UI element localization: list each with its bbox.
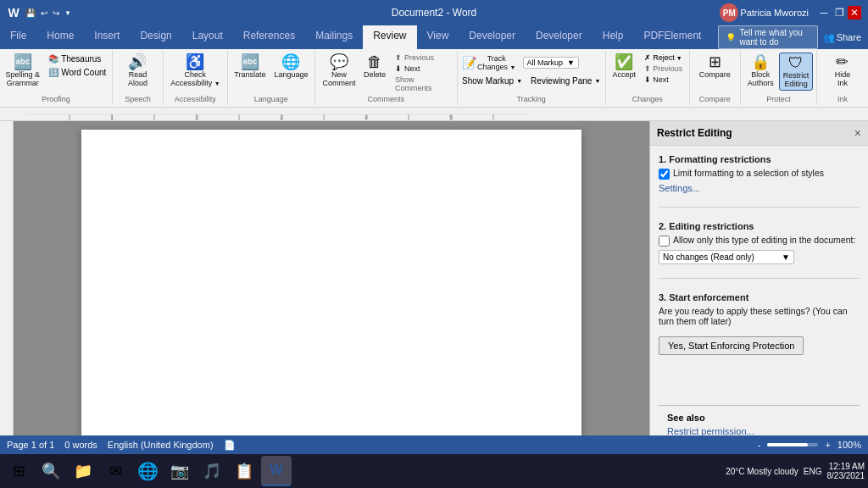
track-changes-icon: 📝 <box>462 57 476 69</box>
show-markup-btn[interactable]: Show Markup▼ <box>459 75 526 87</box>
tab-file[interactable]: File <box>0 25 36 49</box>
word-count-btn[interactable]: 🔢Word Count <box>45 66 109 79</box>
tab-home[interactable]: Home <box>36 25 84 49</box>
reject-btn[interactable]: ✗Reject▼ <box>641 53 686 63</box>
accessibility-items: ♿ CheckAccessibility ▼ <box>167 53 223 93</box>
tab-design[interactable]: Design <box>130 25 181 49</box>
mail-btn[interactable]: ✉ <box>100 456 131 486</box>
tab-insert[interactable]: Insert <box>84 25 130 49</box>
ink-label: Ink <box>837 95 848 103</box>
ink-items: ✏ HideInk <box>827 53 858 93</box>
tab-references[interactable]: References <box>233 25 305 49</box>
section2-num: 2. Editing restrictions <box>659 221 860 231</box>
redo-qat-btn[interactable]: ↪ <box>51 7 61 19</box>
hide-ink-btn[interactable]: ✏ HideInk <box>827 53 858 89</box>
zoom-out-btn[interactable]: - <box>758 440 761 450</box>
reviewing-pane-btn[interactable]: Reviewing Pane▼ <box>527 75 604 87</box>
accept-icon: ✅ <box>615 54 633 69</box>
word-logo-icon: W <box>7 6 20 19</box>
group-ink: ✏ HideInk Ink <box>817 51 868 105</box>
next-change-btn[interactable]: ⬇Next <box>641 75 686 85</box>
file-explorer-btn[interactable]: 📁 <box>68 456 98 486</box>
window-title: Document2 - Word <box>392 7 476 19</box>
close-btn[interactable]: ✕ <box>848 6 861 19</box>
clock: 12:19 AM 8/23/2021 <box>827 462 865 480</box>
dropdown-value: No changes (Read only) <box>663 252 754 262</box>
section-3: 3. Start enforcement Are you ready to ap… <box>659 292 860 355</box>
previous-comment-btn[interactable]: ⬆Previous <box>392 53 452 63</box>
panel-body: 1. Formatting restrictions Limit formatt… <box>650 146 868 452</box>
next-comment-btn[interactable]: ⬇Next <box>392 64 452 74</box>
previous-change-btn[interactable]: ⬆Previous <box>641 64 686 74</box>
track-changes-btn[interactable]: 📝 TrackChanges ▼ <box>459 53 519 73</box>
check-accessibility-btn[interactable]: ♿ CheckAccessibility ▼ <box>167 53 223 89</box>
restrict-editing-btn[interactable]: 🛡 RestrictEditing <box>779 53 814 91</box>
tab-developer2[interactable]: Developer <box>526 25 593 49</box>
title-bar-right: PM Patricia Mworozi ─ ❐ ✕ <box>720 3 861 22</box>
svg-text:2: 2 <box>195 114 199 121</box>
ruler: 1 2 3 4 5 <box>0 108 868 121</box>
comment-nav: ⬆Previous ⬇Next Show Comments <box>392 53 452 93</box>
search-btn[interactable]: 🔍 <box>36 456 66 486</box>
undo-qat-btn[interactable]: ↩ <box>39 7 49 19</box>
section1-label: Limit formatting to a selection of style… <box>673 168 824 178</box>
comments-items: 💬 NewComment 🗑 Delete ⬆Previous ⬇Next Sh… <box>320 53 452 93</box>
speech-items: 🔊 ReadAloud <box>122 53 153 93</box>
tab-developer[interactable]: Developer <box>459 25 526 49</box>
no-changes-dropdown[interactable]: No changes (Read only) ▼ <box>659 250 794 264</box>
document-area: Restrict Editing × 1. Formatting restric… <box>0 121 868 452</box>
tab-mailings[interactable]: Mailings <box>305 25 363 49</box>
layout-icon[interactable]: 📄 <box>224 440 236 451</box>
language-btn[interactable]: 🌐 Language <box>270 53 311 80</box>
show-comments-btn[interactable]: Show Comments <box>392 75 452 93</box>
avatar[interactable]: PM <box>720 3 738 22</box>
see-also-title: See also <box>667 413 851 423</box>
section2-checkbox[interactable] <box>659 236 670 247</box>
translate-btn[interactable]: 🔤 Translate <box>231 53 269 80</box>
new-comment-btn[interactable]: 💬 NewComment <box>320 53 358 89</box>
media-btn[interactable]: 🎵 <box>197 456 227 486</box>
word-taskbar-btn[interactable]: W <box>261 456 292 486</box>
compare-btn[interactable]: ⊞ Compare <box>696 53 734 80</box>
tell-me-input[interactable]: 💡 Tell me what you want to do <box>718 25 817 49</box>
proofing-sub: 📚Thesaurus 🔢Word Count <box>45 53 109 79</box>
panel-close-btn[interactable]: × <box>854 126 861 140</box>
document-main[interactable] <box>14 121 649 452</box>
accept-btn[interactable]: ✅ Accept <box>609 53 639 80</box>
markup-dropdown[interactable]: All Markup ▼ <box>523 57 579 69</box>
restore-btn[interactable]: ❐ <box>832 6 846 19</box>
settings-link[interactable]: Settings... <box>659 183 700 193</box>
accessibility-label: Accessibility <box>175 95 216 103</box>
tracking-items: 📝 TrackChanges ▼ All Markup ▼ Show Marku… <box>459 53 604 93</box>
tasks-btn[interactable]: 📋 <box>229 456 259 486</box>
share-btn[interactable]: 👥 Share <box>823 32 861 43</box>
thesaurus-btn[interactable]: 📚Thesaurus <box>45 53 109 65</box>
customize-qat-btn[interactable]: ▼ <box>63 8 73 19</box>
tab-review[interactable]: Review <box>363 25 416 49</box>
start-btn[interactable]: ⊞ <box>3 456 34 486</box>
minimize-btn[interactable]: ─ <box>817 6 831 19</box>
save-qat-btn[interactable]: 💾 <box>24 7 37 19</box>
proofing-label: Proofing <box>42 95 70 103</box>
read-aloud-btn[interactable]: 🔊 ReadAloud <box>122 53 153 89</box>
tab-pdfelement[interactable]: PDFElement <box>633 25 711 49</box>
ruler-marks: 1 2 3 4 5 <box>27 108 527 120</box>
block-authors-btn[interactable]: 🔒 BlockAuthors <box>744 53 777 89</box>
photos-btn[interactable]: 📷 <box>164 456 195 486</box>
enforce-protection-btn[interactable]: Yes, Start Enforcing Protection <box>659 336 804 355</box>
language-items: 🔤 Translate 🌐 Language <box>231 53 311 93</box>
tracking-label: Tracking <box>517 95 546 103</box>
section1-checkbox[interactable] <box>659 169 670 180</box>
delete-comment-btn[interactable]: 🗑 Delete <box>359 53 390 80</box>
edge-btn[interactable]: 🌐 <box>132 456 163 486</box>
restrict-editing-panel: Restrict Editing × 1. Formatting restric… <box>649 121 868 452</box>
spelling-grammar-btn[interactable]: 🔤 Spelling &Grammar <box>3 53 44 89</box>
tab-view[interactable]: View <box>417 25 459 49</box>
zoom-in-btn[interactable]: + <box>825 440 830 450</box>
document-page[interactable] <box>81 130 581 443</box>
tab-help[interactable]: Help <box>593 25 634 49</box>
next-icon: ⬇ <box>395 64 402 73</box>
tab-layout[interactable]: Layout <box>182 25 233 49</box>
zoom-slider-track[interactable] <box>767 443 818 446</box>
language-display: ENG <box>804 467 822 476</box>
